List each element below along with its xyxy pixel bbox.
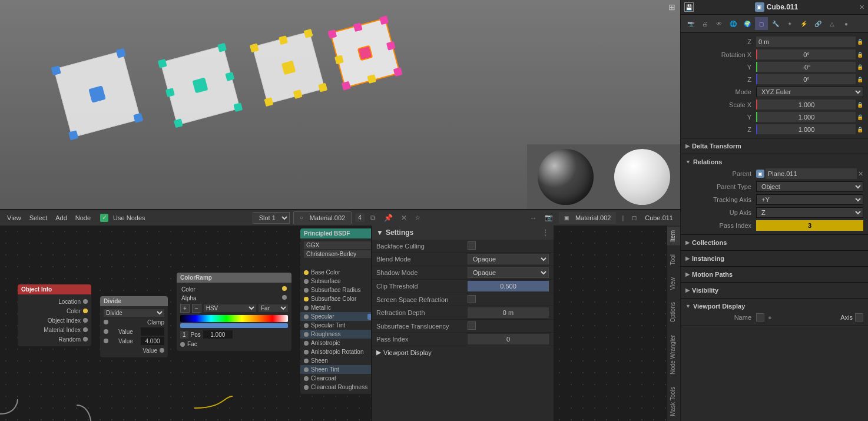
world-prop-icon[interactable]: 🌍: [741, 17, 754, 30]
prop-icons-row: 📷 🖨 👁 🌐 🌍 ◻ 🔧 ✦ ⚡ 🔗 △ ●: [681, 15, 868, 33]
visibility-header[interactable]: ▶ Visibility: [681, 285, 868, 296]
data-prop-icon[interactable]: △: [826, 17, 839, 30]
rotz-lock[interactable]: 🔒: [857, 77, 863, 82]
roty-lock[interactable]: 🔒: [857, 64, 863, 70]
blend-label: Blend Mode: [376, 256, 468, 263]
physics-prop-icon[interactable]: ⚡: [797, 17, 810, 30]
tab-node-wrangler[interactable]: Node Wrangler: [667, 332, 680, 378]
scaley-lock[interactable]: 🔒: [857, 114, 863, 120]
star-icon[interactable]: ☆: [413, 213, 423, 222]
collections-header[interactable]: ▶ Collections: [681, 237, 868, 248]
object-prop-icon[interactable]: ◻: [755, 17, 768, 30]
instancing-section: ▶ Instancing: [681, 251, 868, 267]
output-prop-icon[interactable]: 🖨: [698, 17, 711, 30]
close-rp-btn[interactable]: ✕: [859, 4, 864, 11]
divide-val2-input[interactable]: [141, 337, 164, 345]
up-axis-dropdown[interactable]: Z: [756, 207, 863, 218]
camera-icon[interactable]: 📷: [542, 213, 555, 223]
divide-val1-input[interactable]: [141, 327, 164, 336]
relations-header[interactable]: ▼ Relations: [681, 157, 868, 167]
motion-paths-title: Motion Paths: [692, 271, 733, 278]
rotation-y-input[interactable]: [756, 62, 856, 72]
pos-input[interactable]: [203, 330, 233, 339]
name-dot: ●: [768, 314, 772, 321]
scale-x-input[interactable]: [756, 100, 856, 110]
delta-header[interactable]: ▶ Delta Transform: [681, 141, 868, 151]
refdepth-value[interactable]: 0 m: [468, 307, 549, 318]
parent-input[interactable]: [766, 168, 857, 179]
scale-z-input[interactable]: [756, 124, 856, 134]
select-menu[interactable]: Select: [27, 213, 50, 223]
scalex-lock[interactable]: 🔒: [857, 102, 863, 108]
add-menu[interactable]: Add: [53, 213, 69, 223]
pass-index-input[interactable]: 3: [756, 220, 863, 231]
modifier-prop-icon[interactable]: 🔧: [769, 17, 782, 30]
object-info-node[interactable]: Object Info Location Color Object Index …: [18, 284, 91, 346]
slot-dropdown[interactable]: Slot 1: [253, 212, 290, 224]
transform-icon[interactable]: ↔: [528, 213, 539, 223]
remove-stop-btn[interactable]: −: [192, 304, 201, 313]
view-prop-icon[interactable]: 👁: [713, 17, 725, 30]
z-lock[interactable]: 🔒: [857, 39, 863, 45]
copy-icon[interactable]: ⧉: [368, 213, 378, 223]
motion-paths-header[interactable]: ▶ Motion Paths: [681, 269, 868, 280]
motion-paths-arrow: ▶: [685, 271, 690, 277]
scale-z-label: Z: [685, 126, 756, 133]
colorramp-interp-select[interactable]: Far: [259, 304, 288, 312]
name-checkbox[interactable]: [756, 313, 764, 321]
scene-prop-icon[interactable]: 🌐: [727, 17, 740, 30]
view-menu[interactable]: View: [5, 213, 24, 223]
tab-tool[interactable]: Tool: [667, 251, 680, 268]
mode-dropdown[interactable]: XYZ Euler: [756, 87, 863, 97]
viewport-display-toggle[interactable]: ▶ Viewport Display: [372, 346, 554, 359]
particles-prop-icon[interactable]: ✦: [783, 17, 796, 30]
parent-type-dropdown[interactable]: Object: [756, 181, 863, 192]
scale-y-input[interactable]: [756, 112, 856, 122]
tracking-axis-dropdown[interactable]: +Y: [756, 194, 863, 205]
divide-operation-select[interactable]: Divide: [104, 309, 164, 317]
shadow-dropdown[interactable]: Opaque: [468, 267, 549, 278]
scale-x-row: Scale X 🔒: [681, 98, 868, 111]
pin-icon[interactable]: 📌: [382, 213, 395, 223]
axis-checkbox[interactable]: [855, 313, 863, 321]
z-input[interactable]: [756, 37, 856, 47]
ssr-checkbox[interactable]: [468, 295, 476, 303]
parent-clear-btn[interactable]: ✕: [858, 170, 863, 178]
blend-dropdown[interactable]: Opaque: [468, 254, 549, 264]
tab-view[interactable]: View: [667, 274, 680, 294]
divide-output-label: Value: [143, 347, 157, 354]
viewport-display-header[interactable]: ▼ Viewport Display: [681, 301, 868, 311]
parent-type-row: Parent Type Object: [681, 180, 868, 193]
settings-more[interactable]: ⋮: [542, 228, 549, 237]
colorramp-node[interactable]: ColorRamp Color Alpha + − HSV Far: [177, 273, 291, 351]
rotation-x-input[interactable]: [756, 49, 856, 59]
pass-index-value[interactable]: 0: [468, 334, 549, 344]
node-toolbar: View Select Add Node ✓ Use Nodes Slot 1 …: [0, 209, 680, 226]
save-icon[interactable]: 💾: [684, 2, 694, 12]
tab-mask-tools[interactable]: Mask Tools: [667, 383, 680, 420]
colorramp-mode-select[interactable]: HSV: [204, 304, 256, 312]
instancing-header[interactable]: ▶ Instancing: [681, 253, 868, 264]
relations-arrow: ▼: [685, 159, 691, 165]
grid-icon[interactable]: ⊞: [668, 2, 675, 12]
use-nodes-checkbox[interactable]: ✓: [100, 214, 108, 222]
tab-options[interactable]: Options: [667, 299, 680, 326]
close-node-icon[interactable]: ✕: [399, 213, 409, 223]
constraints-prop-icon[interactable]: 🔗: [811, 17, 824, 30]
rotx-lock[interactable]: 🔒: [857, 52, 863, 58]
backface-checkbox[interactable]: [468, 241, 476, 250]
subsurf-trans-checkbox[interactable]: [468, 321, 476, 330]
node-editor-area[interactable]: Object Info Location Color Object Index …: [0, 226, 680, 421]
rotation-z-input[interactable]: [756, 74, 856, 84]
node-menu[interactable]: Node: [73, 213, 93, 223]
tab-item[interactable]: Item: [667, 227, 680, 245]
colorramp-gradient[interactable]: [180, 315, 288, 322]
clip-value[interactable]: 0.500: [468, 281, 549, 291]
render-prop-icon[interactable]: 📷: [684, 17, 697, 30]
add-stop-btn[interactable]: +: [180, 304, 190, 313]
scalez-lock[interactable]: 🔒: [857, 127, 863, 132]
viewport[interactable]: ⊞: [0, 0, 680, 209]
divide-node[interactable]: Divide Divide Clamp Value Value: [100, 296, 168, 357]
parent-icon: ▣: [756, 170, 764, 178]
material-prop-icon[interactable]: ●: [840, 17, 853, 30]
